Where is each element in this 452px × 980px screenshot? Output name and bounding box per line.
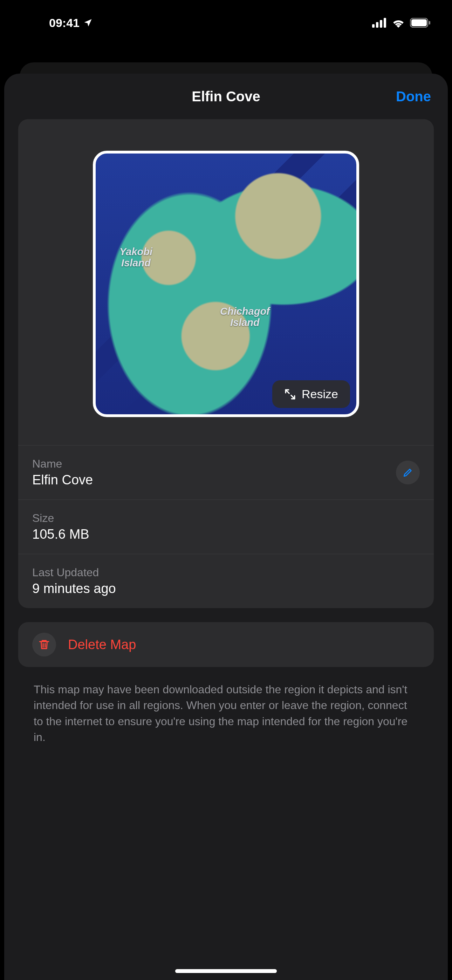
resize-label: Resize [302, 387, 338, 401]
resize-icon [284, 388, 296, 400]
trash-icon [38, 639, 50, 651]
map-label-chichagof: Chichagof Island [220, 306, 270, 328]
svg-rect-0 [372, 24, 374, 28]
updated-row: Last Updated 9 minutes ago [18, 554, 434, 608]
battery-icon [410, 18, 431, 28]
status-time-group: 09:41 [49, 16, 93, 30]
done-button[interactable]: Done [396, 73, 431, 119]
size-label: Size [32, 512, 89, 525]
map-label-chichagof-line2: Island [230, 317, 259, 328]
map-card: Yakobi Island Chichagof Island Resize [18, 119, 434, 608]
pencil-icon [402, 467, 414, 478]
svg-rect-5 [411, 19, 427, 26]
sheet-header: Elfin Cove Done [4, 73, 448, 119]
sheet-title: Elfin Cove [192, 89, 260, 105]
svg-rect-1 [376, 22, 379, 28]
map-preview-container: Yakobi Island Chichagof Island Resize [18, 119, 434, 445]
updated-label: Last Updated [32, 566, 116, 579]
delete-label: Delete Map [68, 637, 136, 652]
edit-name-button[interactable] [396, 461, 420, 484]
name-row[interactable]: Name Elfin Cove [18, 445, 434, 500]
map-label-chichagof-line1: Chichagof [220, 305, 270, 317]
map-label-yakobi-line2: Island [121, 257, 151, 269]
updated-value: 9 minutes ago [32, 581, 116, 596]
map-label-yakobi-line1: Yakobi [119, 246, 153, 257]
map-label-yakobi: Yakobi Island [119, 247, 153, 269]
resize-button[interactable]: Resize [272, 380, 350, 408]
delete-map-button[interactable]: Delete Map [18, 622, 434, 667]
home-indicator[interactable] [175, 969, 277, 973]
status-icons [372, 18, 431, 28]
name-value: Elfin Cove [32, 473, 93, 488]
map-preview[interactable]: Yakobi Island Chichagof Island Resize [93, 151, 359, 417]
delete-icon-wrap [32, 633, 56, 657]
detail-sheet: Elfin Cove Done Yakobi Island Chichagof … [4, 73, 448, 980]
footer-note: This map may have been downloaded outsid… [18, 667, 434, 746]
location-icon [83, 18, 93, 28]
name-label: Name [32, 457, 93, 470]
cellular-icon [372, 18, 387, 28]
svg-rect-3 [384, 18, 386, 28]
svg-rect-6 [429, 21, 430, 24]
size-value: 105.6 MB [32, 527, 89, 542]
svg-rect-2 [380, 20, 382, 28]
wifi-icon [392, 18, 405, 28]
size-row: Size 105.6 MB [18, 500, 434, 554]
status-time: 09:41 [49, 16, 80, 30]
status-bar: 09:41 [0, 0, 452, 46]
